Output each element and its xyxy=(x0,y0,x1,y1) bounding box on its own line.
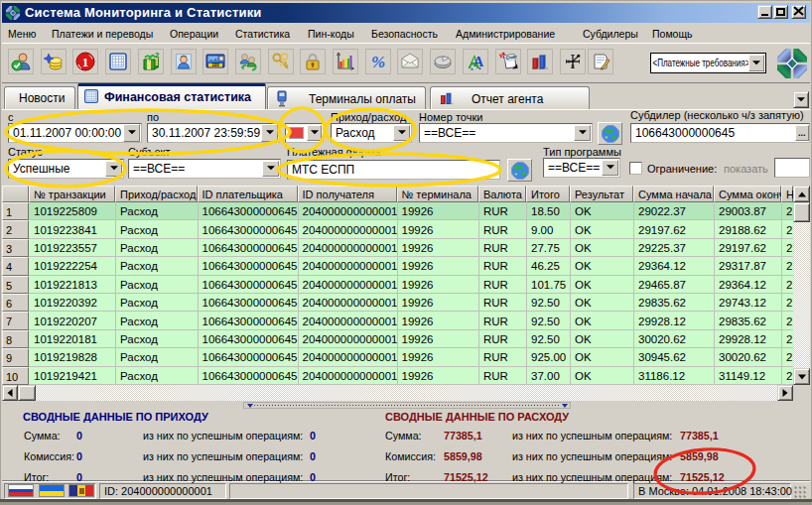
svg-text:100: 100 xyxy=(211,63,219,67)
svg-text:A: A xyxy=(474,55,484,69)
svg-text:1: 1 xyxy=(82,55,89,69)
svg-text:Счет: Счет xyxy=(505,54,517,61)
svg-text:%: % xyxy=(371,53,385,71)
svg-text:2: 2 xyxy=(155,52,160,60)
